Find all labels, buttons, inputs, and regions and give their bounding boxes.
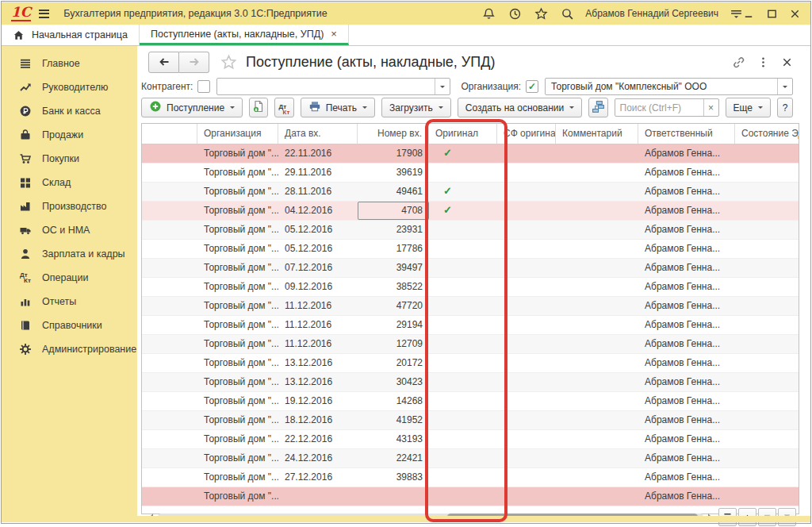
sidebar-item-3[interactable]: Банк и касса bbox=[2, 99, 137, 123]
table-row[interactable]: Торговый дом "...18.12.201641952Абрамов … bbox=[142, 411, 799, 430]
sidebar-item-13[interactable]: Администрирование bbox=[2, 337, 137, 361]
cell bbox=[429, 411, 497, 429]
cell: Абрамов Генна... bbox=[638, 297, 735, 315]
tab-document[interactable]: Поступление (акты, накладные, УПД)× bbox=[140, 25, 349, 45]
edo-structure-button[interactable] bbox=[588, 98, 607, 117]
forward-button[interactable] bbox=[179, 52, 209, 73]
cell bbox=[497, 430, 556, 448]
sidebar-item-11[interactable]: Отчеты bbox=[2, 290, 137, 314]
main-menu-icon[interactable] bbox=[39, 10, 49, 18]
sidebar-item-5[interactable]: Покупки bbox=[2, 147, 137, 171]
table-row[interactable]: Торговый дом "...07.12.201639497Абрамов … bbox=[142, 259, 799, 278]
table-row[interactable]: Торговый дом "...13.12.201630423Абрамов … bbox=[142, 373, 799, 392]
show-postings-button[interactable]: ДтКт bbox=[274, 98, 293, 117]
table-row[interactable]: Торговый дом "...24.12.201622421Абрамов … bbox=[142, 449, 799, 468]
organization-field[interactable]: Торговый дом "Комплексный" ООО bbox=[545, 78, 793, 95]
tab-close-icon[interactable]: × bbox=[331, 29, 337, 39]
application-window: 1С Бухгалтерия предприятия, редакция 3.0… bbox=[0, 0, 812, 527]
cell: 05.12.2016 bbox=[278, 240, 358, 258]
table-row[interactable]: Торговый дом "...Абрамов Генна... bbox=[142, 487, 799, 506]
cell: Торговый дом "... bbox=[197, 411, 278, 429]
history-icon[interactable] bbox=[508, 7, 522, 21]
cell bbox=[358, 487, 429, 506]
search-input[interactable] bbox=[615, 102, 703, 113]
user-name[interactable]: Абрамов Геннадий Сергеевич bbox=[585, 8, 718, 19]
tab-home[interactable]: Начальная страница bbox=[2, 25, 140, 45]
column-header-0[interactable] bbox=[142, 124, 197, 144]
table-row[interactable]: Торговый дом "...11.12.201612709Абрамов … bbox=[142, 335, 799, 354]
cell: 11.12.2016 bbox=[278, 316, 358, 334]
more-button[interactable]: Еще bbox=[726, 98, 771, 117]
table-row[interactable]: Торговый дом "...04.12.20164708✓Абрамов … bbox=[142, 202, 799, 221]
column-header-4[interactable]: Оригинал bbox=[429, 124, 497, 144]
home-icon bbox=[13, 29, 25, 41]
table-row[interactable]: Торговый дом "...11.12.201629194Абрамов … bbox=[142, 316, 799, 335]
link-icon[interactable] bbox=[732, 56, 745, 69]
print-button[interactable]: Печать bbox=[301, 98, 375, 117]
receipt-button[interactable]: Поступление bbox=[141, 98, 243, 117]
column-header-7[interactable]: Ответственный bbox=[638, 124, 735, 144]
column-header-3[interactable]: Номер вх. bbox=[358, 124, 429, 144]
table-row[interactable]: Торговый дом "...27.12.201639883Абрамов … bbox=[142, 468, 799, 487]
sidebar-item-2[interactable]: Руководителю bbox=[2, 75, 137, 99]
sidebar-item-1[interactable]: Главное bbox=[2, 52, 137, 75]
load-from-file-button[interactable] bbox=[249, 98, 268, 117]
cell bbox=[142, 335, 197, 353]
service-menu-icon[interactable] bbox=[730, 7, 743, 21]
document-table: ОрганизацияДата вх.Номер вх.ОригиналСФ о… bbox=[141, 123, 799, 514]
organization-dropdown-button[interactable] bbox=[777, 79, 792, 94]
favorite-star-icon[interactable] bbox=[220, 54, 237, 71]
load-button[interactable]: Загрузить bbox=[381, 98, 451, 117]
sidebar-item-9[interactable]: Зарплата и кадры bbox=[2, 242, 137, 266]
sidebar-item-7[interactable]: Производство bbox=[2, 194, 137, 218]
cell bbox=[429, 259, 497, 277]
cell: Торговый дом "... bbox=[197, 468, 278, 487]
sidebar-item-12[interactable]: Справочники bbox=[2, 314, 137, 337]
minimize-button[interactable] bbox=[743, 8, 755, 20]
more-menu-icon[interactable] bbox=[757, 56, 769, 69]
global-search-icon[interactable] bbox=[561, 7, 574, 21]
table-row[interactable]: Торговый дом "...11.12.201647720Абрамов … bbox=[142, 297, 799, 316]
cell: 30423 bbox=[358, 373, 429, 391]
cell bbox=[429, 468, 497, 487]
counterparty-field[interactable] bbox=[216, 78, 450, 95]
create-based-on-button[interactable]: Создать на основании bbox=[458, 98, 583, 117]
table-row[interactable]: Торговый дом "...05.12.201617786Абрамов … bbox=[142, 240, 799, 259]
sidebar-item-10[interactable]: ДтКтОперации bbox=[2, 266, 137, 290]
table-row[interactable]: Торговый дом "...19.12.201614268Абрамов … bbox=[142, 392, 799, 411]
maximize-button[interactable] bbox=[766, 8, 778, 20]
table-row[interactable]: Торговый дом "...13.12.201620172Абрамов … bbox=[142, 354, 799, 373]
counterparty-dropdown-button[interactable] bbox=[435, 79, 450, 94]
favorites-icon[interactable] bbox=[534, 7, 548, 21]
column-header-2[interactable]: Дата вх. bbox=[278, 124, 358, 144]
dropdown-caret-icon bbox=[569, 106, 574, 111]
close-form-icon[interactable] bbox=[781, 56, 793, 68]
table-row[interactable]: Торговый дом "...22.11.201617908✓Абрамов… bbox=[142, 144, 799, 163]
organization-checkbox[interactable]: ✓ bbox=[526, 80, 538, 93]
help-button[interactable]: ? bbox=[777, 98, 793, 117]
table-row[interactable]: Торговый дом "...05.12.201623931Абрамов … bbox=[142, 221, 799, 240]
column-header-5[interactable]: СФ оригинал bbox=[497, 124, 556, 144]
column-header-8[interactable]: Состояние ЭДО bbox=[735, 124, 799, 144]
close-button[interactable] bbox=[789, 8, 801, 20]
column-header-6[interactable]: Комментарий bbox=[556, 124, 638, 144]
table-row[interactable]: Торговый дом "...09.12.201638522Абрамов … bbox=[142, 278, 799, 297]
cell: Абрамов Генна... bbox=[638, 163, 735, 182]
cell bbox=[556, 354, 638, 372]
cell bbox=[142, 202, 197, 220]
table-row[interactable]: Торговый дом "...29.11.201639619Абрамов … bbox=[142, 163, 799, 183]
cell bbox=[497, 297, 556, 315]
counterparty-checkbox[interactable] bbox=[197, 80, 210, 93]
back-button[interactable] bbox=[148, 52, 179, 73]
column-header-1[interactable]: Организация bbox=[197, 124, 278, 144]
notifications-icon[interactable] bbox=[482, 7, 496, 21]
cell bbox=[735, 373, 799, 391]
sidebar-item-6[interactable]: Склад bbox=[2, 171, 137, 194]
cell bbox=[556, 335, 638, 353]
table-row[interactable]: Торговый дом "...28.11.201649461✓Абрамов… bbox=[142, 183, 799, 202]
search-clear-button[interactable]: × bbox=[703, 99, 718, 116]
cell bbox=[278, 487, 358, 506]
sidebar-item-8[interactable]: ОС и НМА bbox=[2, 218, 137, 242]
sidebar-item-4[interactable]: Продажи bbox=[2, 123, 137, 147]
table-row[interactable]: Торговый дом "...22.12.201643193Абрамов … bbox=[142, 430, 799, 449]
